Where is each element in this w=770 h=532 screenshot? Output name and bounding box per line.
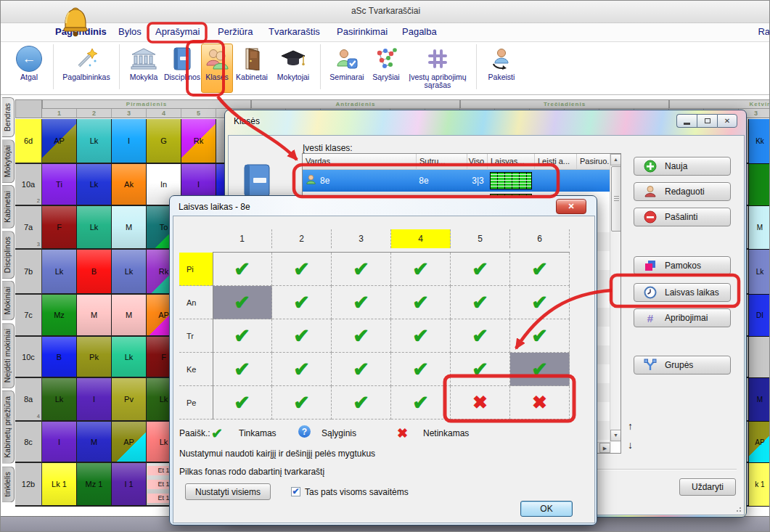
- timetable-cell[interactable]: Lk: [112, 250, 147, 295]
- timetable-row-label-6d[interactable]: 6d: [15, 119, 42, 164]
- menu-item-aprašymai[interactable]: Aprašymai: [155, 26, 200, 37]
- toolbar-button-pakeisti[interactable]: Pakeisti: [481, 44, 522, 93]
- availability-cell-Pe-1[interactable]: ✔: [213, 386, 272, 420]
- availability-cell-Tr-3[interactable]: ✔: [332, 319, 391, 353]
- apribojimai-button[interactable]: #Apribojimai: [634, 308, 731, 327]
- availability-cell-An-2[interactable]: ✔: [272, 286, 332, 319]
- pamokos-button[interactable]: Pamokos: [634, 256, 731, 275]
- grid-column-header-5[interactable]: 5: [451, 229, 510, 248]
- menu-item-peržiūra[interactable]: Peržiūra: [218, 26, 253, 37]
- sidebar-tab-disciplinos[interactable]: Disciplinos: [2, 231, 15, 279]
- availability-cell-An-5[interactable]: ✔: [451, 286, 510, 319]
- availability-cell-Pe-3[interactable]: ✔: [332, 386, 391, 420]
- sidebar-tab-mokiniai[interactable]: Mokiniai: [2, 281, 15, 321]
- toolbar-button-įvestų-apribojimų-sąrašas[interactable]: Įvestų apribojimų sąrašas: [404, 44, 472, 93]
- availability-cell-Pi-4[interactable]: ✔: [391, 253, 451, 286]
- grid-column-header-3[interactable]: 3: [332, 229, 391, 248]
- toolbar-button-klasės[interactable]: Klasės: [201, 44, 233, 93]
- timetable-cell[interactable]: Ak: [112, 164, 147, 206]
- availability-cell-Pi-1[interactable]: ✔: [213, 253, 272, 286]
- timetable-row-label-8c[interactable]: 8c: [15, 422, 42, 463]
- menu-item-bylos[interactable]: Bylos: [118, 26, 142, 37]
- availability-cell-Tr-6[interactable]: ✔: [510, 319, 570, 353]
- availability-cell-Tr-4[interactable]: ✔: [391, 319, 451, 353]
- timetable-row-label-7c[interactable]: 7c: [15, 295, 42, 337]
- timetable-row-label-8a[interactable]: 8a4: [15, 378, 42, 422]
- column-header-6[interactable]: Pasiruo...: [577, 154, 611, 170]
- timetable-cell[interactable]: Lk: [42, 250, 77, 295]
- timetable-cell[interactable]: M: [748, 206, 770, 250]
- column-header-3[interactable]: Viso: [467, 154, 488, 170]
- timetable-cell[interactable]: Mz 1: [77, 463, 112, 507]
- availability-cell-An-1[interactable]: ✔: [213, 286, 272, 319]
- availability-cell-Ke-4[interactable]: ✔: [391, 353, 451, 386]
- availability-cell-Pi-6[interactable]: ✔: [510, 253, 570, 286]
- availability-cell-Ke-1[interactable]: ✔: [213, 353, 272, 386]
- availability-cell-Tr-1[interactable]: ✔: [213, 319, 272, 353]
- timetable-cell[interactable]: AP: [748, 422, 770, 463]
- column-header-1[interactable]: Vardas: [303, 154, 417, 170]
- timetable-row-label-7b[interactable]: 7b: [15, 250, 42, 295]
- menu-right-partial[interactable]: Ra: [758, 26, 770, 37]
- grid-row-label-Pi[interactable]: Pi: [179, 253, 213, 286]
- timetable-cell[interactable]: I: [112, 119, 147, 164]
- grid-column-header-6[interactable]: 6: [510, 229, 570, 248]
- toolbar-button-pagalbininkas[interactable]: Pagalbininkas: [58, 44, 115, 93]
- timetable-cell[interactable]: M: [748, 378, 770, 422]
- timetable-cell[interactable]: M: [77, 295, 112, 337]
- availability-cell-Pe-6[interactable]: ✖: [510, 386, 570, 420]
- availability-cell-An-4[interactable]: ✔: [391, 286, 451, 319]
- column-header-2[interactable]: Sutru...: [417, 154, 467, 170]
- grid-row-label-An[interactable]: An: [179, 286, 213, 319]
- menu-item-pasirinkimai[interactable]: Pasirinkimai: [337, 26, 388, 37]
- sidebar-tab-bendras[interactable]: Bendras: [2, 97, 15, 137]
- timetable-cell[interactable]: I 1: [112, 463, 147, 507]
- scroll-right-button[interactable]: ▶: [599, 443, 610, 453]
- redaguoti-button[interactable]: Redaguoti: [634, 182, 731, 201]
- availability-cell-Ke-3[interactable]: ✔: [332, 353, 391, 386]
- move-up-button[interactable]: ↑: [628, 420, 633, 432]
- availability-cell-Ke-5[interactable]: ✔: [451, 353, 510, 386]
- nauja-button[interactable]: Nauja: [634, 157, 731, 176]
- timetable-cell[interactable]: [748, 337, 770, 378]
- availability-cell-Pe-5[interactable]: ✖: [451, 386, 510, 420]
- timetable-cell[interactable]: I: [77, 378, 112, 422]
- toolbar-button-mokytojai[interactable]: Mokytojai: [271, 44, 316, 93]
- toolbar-button-atgal[interactable]: ←Atgal: [9, 44, 49, 93]
- availability-cell-Ke-6[interactable]: ✔: [510, 353, 570, 386]
- grid-column-header-2[interactable]: 2: [272, 229, 332, 248]
- move-down-button[interactable]: ↓: [628, 439, 633, 451]
- availability-cell-Tr-5[interactable]: ✔: [451, 319, 510, 353]
- availability-cell-An-3[interactable]: ✔: [332, 286, 391, 319]
- timetable-cell[interactable]: B: [42, 337, 77, 378]
- availability-cell-Tr-2[interactable]: ✔: [272, 319, 332, 353]
- timetable-cell[interactable]: M: [112, 206, 147, 250]
- timetable-cell[interactable]: I: [42, 422, 77, 463]
- timetable-cell[interactable]: G: [147, 119, 181, 164]
- timetable-cell[interactable]: k 1: [748, 463, 770, 507]
- availability-cell-Pi-5[interactable]: ✔: [451, 253, 510, 286]
- vertical-scrollbar[interactable]: ▲▼: [610, 154, 620, 442]
- toolbar-button-kabinetai[interactable]: Kabinetai: [233, 44, 271, 93]
- grid-row-label-Tr[interactable]: Tr: [179, 319, 213, 353]
- toolbar-button-disciplinos[interactable]: Disciplinos: [163, 44, 201, 93]
- timetable-row-label-7a[interactable]: 7a3: [15, 206, 42, 250]
- resize-grip[interactable]: [734, 505, 742, 512]
- timetable-cell[interactable]: Pv: [112, 378, 147, 422]
- grid-column-header-4[interactable]: 4: [391, 229, 451, 248]
- close-button[interactable]: ✕: [556, 199, 586, 214]
- uzdaryti-button[interactable]: Uždaryti: [679, 478, 736, 496]
- minimize-button[interactable]: [676, 114, 697, 128]
- availability-cell-An-6[interactable]: ✔: [510, 286, 570, 319]
- timetable-row-label-10a[interactable]: 10a2: [15, 164, 42, 206]
- timetable-cell[interactable]: Lk: [77, 119, 112, 164]
- timetable-cell[interactable]: M: [77, 422, 112, 463]
- timetable-cell[interactable]: Lk: [42, 378, 77, 422]
- grid-column-header-1[interactable]: 1: [213, 229, 272, 248]
- class-row-8e[interactable]: 8e8e3|3: [303, 170, 610, 192]
- title-bar[interactable]: aSc Tvarkaraščiai: [1, 1, 770, 23]
- timetable-cell[interactable]: Kk: [748, 119, 770, 164]
- grid-row-label-Ke[interactable]: Ke: [179, 353, 213, 386]
- timetable-cell[interactable]: [748, 164, 770, 206]
- maximize-button[interactable]: [697, 114, 717, 128]
